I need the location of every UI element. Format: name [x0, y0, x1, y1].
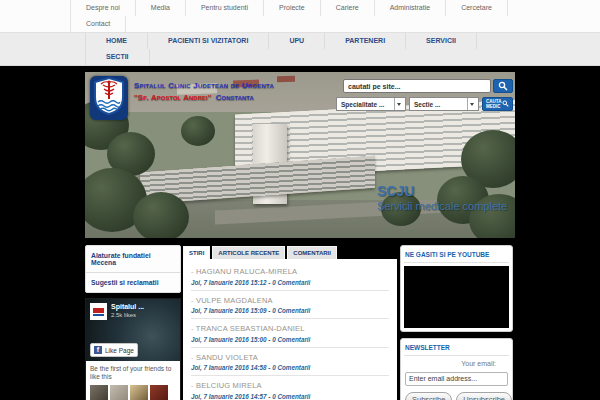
utility-nav-row-1: Despre noi Media Pentru studenti Proiect…	[0, 0, 600, 16]
tab-comentarii[interactable]: COMENTARII	[287, 246, 337, 259]
site-search-input[interactable]	[343, 79, 491, 93]
sidebar-item-fundatia-mecena[interactable]: Alaturate fundatiei Mecena	[86, 246, 180, 272]
news-item-meta: Joi, 7 Ianuarie 2016 15:12 - 0 Comentari…	[191, 279, 389, 286]
nav-parteneri[interactable]: PARTENERI	[325, 33, 406, 49]
left-sidebar: Alaturate fundatiei Mecena Sugestii si r…	[85, 245, 181, 400]
facebook-page-logo[interactable]	[90, 303, 107, 320]
news-item: TRANCA SEBASTIAN-DANIEL Joi, 7 Ianuarie …	[191, 319, 389, 348]
facebook-widget-footer: Be the first of your friends to like thi…	[86, 361, 180, 400]
news-item: HAGIANU RALUCA-MIRELA Joi, 7 Ianuarie 20…	[191, 262, 389, 291]
hero-photo-roof	[277, 76, 295, 83]
facebook-page-name[interactable]: Spitalul ...	[111, 303, 144, 310]
newsletter-box: NEWSLETTER Your email: Subscribe Unsubsc…	[400, 338, 513, 400]
hero-photo-tree	[181, 116, 215, 146]
news-item-meta: Joi, 7 Ianuarie 2016 14:58 - 0 Comentari…	[191, 364, 389, 371]
tab-articole-recente[interactable]: ARTICOLE RECENTE	[212, 246, 285, 259]
nav-pacienti-si-vizitatori[interactable]: PACIENTI SI VIZITATORI	[148, 33, 269, 49]
newsletter-email-input[interactable]	[405, 372, 508, 386]
news-section: STIRI ARTICOLE RECENTE COMENTARII HAGIAN…	[183, 246, 397, 400]
nav-despre-noi[interactable]: Despre noi	[70, 0, 136, 16]
right-sidebar: NE GASITI SI PE YOUTUBE NEWSLETTER Your …	[400, 245, 513, 400]
search-icon	[498, 77, 508, 95]
facebook-page-header: Spitalul ... 2.5k likes	[90, 303, 144, 320]
youtube-video-embed[interactable]	[404, 266, 509, 328]
utility-nav-row-2: Contact	[0, 16, 600, 32]
hospital-logo-mark	[93, 308, 104, 313]
news-item: VULPE MAGDALENA Joi, 7 Ianuarie 2016 15:…	[191, 291, 389, 320]
site-title[interactable]: Spitalul Clinic Judetean de Urgenta "Sf.…	[134, 81, 274, 102]
sidebar-item-sugestii-reclamatii[interactable]: Sugestii si reclamatii	[86, 272, 180, 292]
news-item-title[interactable]: TRANCA SEBASTIAN-DANIEL	[191, 324, 389, 333]
section-select[interactable]: Sectie ...	[409, 97, 479, 111]
unsubscribe-button[interactable]: Unsubscribe	[456, 392, 512, 400]
chevron-down-icon	[467, 98, 476, 110]
facebook-icon: f	[94, 346, 102, 354]
nav-media[interactable]: Media	[136, 0, 186, 16]
news-item-title[interactable]: SANDU VIOLETA	[191, 353, 389, 362]
nav-sectii[interactable]: SECTII	[85, 49, 150, 65]
utility-nav: Despre noi Media Pentru studenti Proiect…	[0, 0, 600, 32]
hospital-logo-mark	[93, 314, 104, 316]
facebook-like-label: Like Page	[105, 347, 134, 354]
hero-title: SCJU	[377, 183, 414, 199]
friend-avatar[interactable]	[130, 385, 148, 400]
site-title-city: Constanta	[216, 93, 254, 102]
news-tabs: STIRI ARTICOLE RECENTE COMENTARII	[183, 246, 397, 259]
hospital-homepage: Despre noi Media Pentru studenti Proiect…	[0, 0, 600, 400]
youtube-box: NE GASITI SI PE YOUTUBE	[400, 245, 513, 332]
facebook-friends-prompt: Be the first of your friends to like thi…	[90, 365, 174, 381]
nav-home[interactable]: HOME	[85, 33, 148, 49]
nav-cariere[interactable]: Cariere	[321, 0, 375, 16]
news-item-meta: Joi, 7 Ianuarie 2016 14:57 - 0 Comentari…	[191, 393, 389, 400]
nav-cercetare[interactable]: Cercetare	[446, 0, 508, 16]
site-title-line2: "Sf. Apostol Andrei" Constanta	[134, 93, 274, 102]
caduceus-shield-icon	[93, 77, 125, 119]
hero-banner: Spitalul Clinic Judetean de Urgenta "Sf.…	[0, 66, 600, 240]
facebook-page-info: Spitalul ... 2.5k likes	[111, 303, 144, 320]
news-item-meta: Joi, 7 Ianuarie 2016 15:09 - 0 Comentari…	[191, 307, 389, 314]
main-nav: HOME PACIENTI SI VIZITATORI UPU PARTENER…	[0, 32, 600, 66]
youtube-box-header: NE GASITI SI PE YOUTUBE	[404, 249, 509, 263]
site-title-name: "Sf. Apostol Andrei"	[134, 93, 211, 102]
search-icon	[502, 100, 509, 108]
nav-pentru-studenti[interactable]: Pentru studenti	[186, 0, 264, 16]
facebook-cover-photo: Spitalul ... 2.5k likes f Like Page	[86, 299, 180, 361]
news-item: SANDU VIOLETA Joi, 7 Ianuarie 2016 14:58…	[191, 348, 389, 377]
section-select-value: Sectie ...	[414, 101, 440, 108]
newsletter-form: Your email: Subscribe Unsubscribe	[404, 356, 509, 400]
nav-proiecte[interactable]: Proiecte	[264, 0, 321, 16]
left-links-box: Alaturate fundatiei Mecena Sugestii si r…	[85, 245, 181, 293]
main-nav-row-1: HOME PACIENTI SI VIZITATORI UPU PARTENER…	[0, 33, 600, 49]
hero-aerial-photo: Spitalul Clinic Judetean de Urgenta "Sf.…	[85, 72, 515, 238]
subscribe-button[interactable]: Subscribe	[405, 392, 452, 400]
site-search-bar	[343, 79, 513, 93]
nav-contact[interactable]: Contact	[70, 16, 126, 32]
hero-photo-tree	[133, 192, 189, 238]
facebook-friend-avatars	[90, 385, 176, 400]
news-item-title[interactable]: HAGIANU RALUCA-MIRELA	[191, 267, 389, 276]
news-item: BELCIUG MIRELA Joi, 7 Ianuarie 2016 14:5…	[191, 376, 389, 400]
newsletter-box-header: NEWSLETTER	[404, 342, 509, 356]
specialty-select[interactable]: Specialitate ...	[336, 97, 406, 111]
friend-avatar[interactable]	[150, 385, 168, 400]
friend-avatar[interactable]	[110, 385, 128, 400]
nav-servicii[interactable]: SERVICII	[406, 33, 477, 49]
friend-avatar[interactable]	[90, 385, 108, 400]
site-title-line1: Spitalul Clinic Judetean de Urgenta	[134, 81, 274, 90]
nav-upu[interactable]: UPU	[269, 33, 325, 49]
cauta-medic-label: CAUTA MEDIC	[486, 99, 501, 109]
doctor-finder-bar: Specialitate ... Sectie ... CAUTA MEDIC	[336, 97, 513, 111]
cauta-medic-button[interactable]: CAUTA MEDIC	[482, 97, 513, 111]
site-search-button[interactable]	[493, 79, 513, 93]
main-nav-row-2: SECTII	[0, 49, 600, 65]
news-list: HAGIANU RALUCA-MIRELA Joi, 7 Ianuarie 20…	[183, 259, 397, 400]
tab-stiri[interactable]: STIRI	[183, 246, 210, 259]
news-item-title[interactable]: VULPE MAGDALENA	[191, 296, 389, 305]
news-item-title[interactable]: BELCIUG MIRELA	[191, 381, 389, 390]
facebook-like-button[interactable]: f Like Page	[90, 343, 138, 357]
news-item-meta: Joi, 7 Ianuarie 2016 15:00 - 0 Comentari…	[191, 336, 389, 343]
hospital-logo[interactable]	[90, 76, 128, 120]
newsletter-email-label: Your email:	[405, 360, 508, 367]
nav-administratie[interactable]: Administratie	[375, 0, 446, 16]
specialty-select-value: Specialitate ...	[341, 101, 384, 108]
